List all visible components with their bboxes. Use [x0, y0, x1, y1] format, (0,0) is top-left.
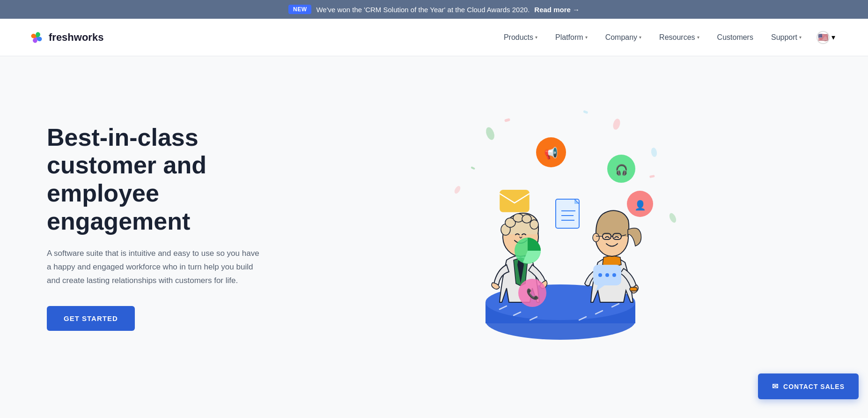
get-started-button[interactable]: GET STARTED: [47, 306, 135, 331]
hero-image: 📢 🎧 👤 📞: [420, 96, 701, 358]
announcement-bar: NEW We've won the 'CRM Solution of the Y…: [0, 0, 868, 19]
hero-section: Best-in-class customer and employee enga…: [0, 56, 868, 398]
svg-text:👤: 👤: [634, 200, 646, 211]
svg-point-23: [522, 215, 531, 223]
chevron-down-icon: ▾: [799, 35, 802, 40]
logo[interactable]: freshworks: [28, 29, 103, 46]
chevron-down-icon: ▾: [831, 33, 835, 42]
nav-support[interactable]: Support ▾: [764, 30, 809, 45]
svg-text:🎧: 🎧: [615, 164, 628, 176]
svg-point-3: [650, 147, 657, 157]
svg-point-5: [668, 212, 677, 224]
nav-products[interactable]: Products ▾: [496, 30, 545, 45]
header: freshworks Products ▾ Platform ▾ Company…: [0, 19, 868, 56]
svg-point-4: [453, 185, 462, 195]
svg-rect-25: [630, 287, 637, 291]
svg-point-24: [530, 220, 538, 229]
svg-point-54: [612, 273, 616, 277]
flag-icon: 🇺🇸: [817, 31, 830, 44]
envelope-icon: ✉: [772, 382, 779, 391]
svg-rect-6: [504, 118, 510, 122]
read-more-link[interactable]: Read more →: [534, 6, 580, 14]
freshworks-logo-icon: [28, 29, 45, 46]
nav-resources[interactable]: Resources ▾: [652, 30, 706, 45]
svg-text:📢: 📢: [544, 146, 558, 160]
logo-text: freshworks: [49, 31, 103, 44]
hero-illustration: 📢 🎧 👤 📞: [290, 91, 831, 363]
announcement-text: We've won the 'CRM Solution of the Year'…: [316, 6, 530, 14]
svg-rect-35: [500, 190, 530, 212]
hero-title: Best-in-class customer and employee enga…: [47, 124, 290, 236]
svg-rect-8: [649, 175, 655, 178]
nav-platform[interactable]: Platform ▾: [548, 30, 595, 45]
nav-company[interactable]: Company ▾: [598, 30, 649, 45]
hero-subtitle: A software suite that is intuitive and e…: [47, 247, 262, 288]
chevron-down-icon: ▾: [535, 35, 537, 40]
svg-point-2: [612, 118, 621, 131]
svg-point-53: [605, 273, 609, 277]
svg-text:📞: 📞: [526, 288, 539, 300]
hero-content: Best-in-class customer and employee enga…: [47, 124, 290, 331]
svg-point-1: [485, 126, 496, 141]
main-nav: Products ▾ Platform ▾ Company ▾ Resource…: [496, 28, 840, 47]
svg-rect-9: [471, 166, 475, 170]
svg-point-27: [593, 233, 599, 242]
contact-sales-button[interactable]: ✉ CONTACT SALES: [758, 373, 859, 398]
nav-customers[interactable]: Customers: [710, 30, 761, 45]
svg-point-52: [598, 273, 602, 277]
svg-rect-7: [583, 110, 588, 114]
chevron-down-icon: ▾: [585, 35, 588, 40]
chevron-down-icon: ▾: [639, 35, 641, 40]
contact-sales-label: CONTACT SALES: [783, 383, 845, 390]
new-badge: NEW: [288, 5, 312, 14]
language-selector[interactable]: 🇺🇸 ▾: [812, 28, 840, 47]
chevron-down-icon: ▾: [697, 35, 699, 40]
